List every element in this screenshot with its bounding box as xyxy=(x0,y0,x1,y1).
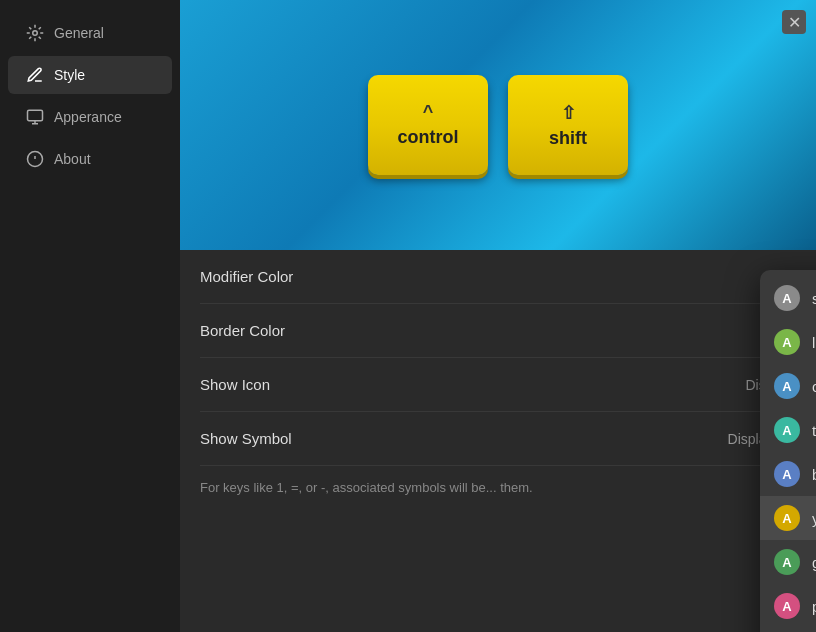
dropdown-item-green[interactable]: Agreen xyxy=(760,540,816,584)
dropdown-item-cyber[interactable]: Acyber xyxy=(760,364,816,408)
window-frame: ✕ ^ control ⇧ shift Modifier Color Borde… xyxy=(180,0,816,632)
preview-area: ✕ ^ control ⇧ shift xyxy=(180,0,816,250)
close-button[interactable]: ✕ xyxy=(782,10,806,34)
sidebar-item-appearance[interactable]: Apperance xyxy=(8,98,172,136)
sidebar-item-general[interactable]: General xyxy=(8,14,172,52)
general-icon xyxy=(26,24,44,42)
stone-label: stone xyxy=(812,290,816,307)
color-dropdown: AstoneAlimeAcyberAturquoiseAblueAyellowA… xyxy=(760,270,816,632)
control-icon: ^ xyxy=(423,102,434,123)
dropdown-item-stone[interactable]: Astone xyxy=(760,276,816,320)
shift-icon: ⇧ xyxy=(561,102,576,124)
border-color-row: Border Color xyxy=(200,304,796,358)
show-symbol-label: Show Symbol xyxy=(200,430,292,447)
pink-color-dot: A xyxy=(774,593,800,619)
cyber-label: cyber xyxy=(812,378,816,395)
svg-point-0 xyxy=(33,31,38,36)
yellow-label: yellow xyxy=(812,510,816,527)
dropdown-item-blue[interactable]: Ablue xyxy=(760,452,816,496)
pink-label: pink xyxy=(812,598,816,615)
green-label: green xyxy=(812,554,816,571)
blue-color-dot: A xyxy=(774,461,800,487)
lime-label: lime xyxy=(812,334,816,351)
dropdown-item-yellow[interactable]: Ayellow xyxy=(760,496,816,540)
about-icon xyxy=(26,150,44,168)
dropdown-item-lime[interactable]: Alime xyxy=(760,320,816,364)
show-symbol-row: Show Symbol Display s... xyxy=(200,412,796,466)
sidebar-item-about-label: About xyxy=(54,151,91,167)
stone-color-dot: A xyxy=(774,285,800,311)
dropdown-item-red[interactable]: Ared xyxy=(760,628,816,632)
sidebar-item-style-label: Style xyxy=(54,67,85,83)
lime-color-dot: A xyxy=(774,329,800,355)
sidebar-item-style[interactable]: Style xyxy=(8,56,172,94)
border-color-label: Border Color xyxy=(200,322,285,339)
shift-key: ⇧ shift xyxy=(508,75,628,175)
blue-label: blue xyxy=(812,466,816,483)
sidebar: General Style Apperance About xyxy=(0,0,180,632)
dropdown-item-pink[interactable]: Apink xyxy=(760,584,816,628)
symbol-note: For keys like 1, =, or -, associated sym… xyxy=(200,466,796,506)
control-key: ^ control xyxy=(368,75,488,175)
style-icon xyxy=(26,66,44,84)
settings-area: Modifier Color Border Color Show Icon Di… xyxy=(180,250,816,632)
yellow-color-dot: A xyxy=(774,505,800,531)
cyber-color-dot: A xyxy=(774,373,800,399)
modifier-color-label: Modifier Color xyxy=(200,268,293,285)
show-icon-row: Show Icon Displa... xyxy=(200,358,796,412)
shift-label: shift xyxy=(549,128,587,149)
svg-rect-1 xyxy=(28,110,43,121)
turquoise-label: turquoise xyxy=(812,422,816,439)
sidebar-item-general-label: General xyxy=(54,25,104,41)
sidebar-item-about[interactable]: About xyxy=(8,140,172,178)
dropdown-item-turquoise[interactable]: Aturquoise xyxy=(760,408,816,452)
sidebar-item-appearance-label: Apperance xyxy=(54,109,122,125)
show-icon-label: Show Icon xyxy=(200,376,270,393)
appearance-icon xyxy=(26,108,44,126)
green-color-dot: A xyxy=(774,549,800,575)
turquoise-color-dot: A xyxy=(774,417,800,443)
modifier-color-row: Modifier Color xyxy=(200,250,796,304)
control-label: control xyxy=(398,127,459,148)
